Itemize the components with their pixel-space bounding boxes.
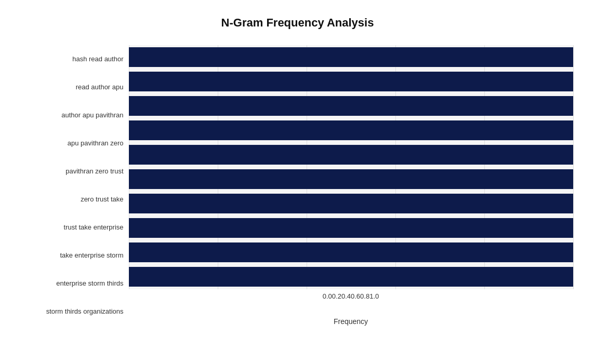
bar-row	[129, 143, 573, 167]
y-label: author apu pavithran	[22, 111, 124, 119]
bar	[129, 47, 573, 67]
bar	[129, 96, 573, 116]
bar	[129, 120, 573, 140]
y-label: enterprise storm thirds	[22, 279, 124, 288]
x-tick: 1.0	[369, 292, 379, 300]
chart-container: N-Gram Frequency Analysis hash read auth…	[12, 6, 584, 359]
bar-row	[129, 94, 573, 118]
y-label: apu pavithran zero	[22, 139, 124, 147]
bar-row	[129, 216, 573, 240]
bar	[129, 169, 573, 189]
bar-row	[129, 240, 573, 264]
bar-row	[129, 118, 573, 142]
y-label: read author apu	[22, 83, 124, 91]
y-axis-labels: hash read authorread author apuauthor ap…	[22, 45, 129, 326]
y-label: pavithran zero trust	[22, 167, 124, 176]
y-label: hash read author	[22, 55, 124, 63]
grid-line-5	[573, 45, 574, 289]
bar	[129, 145, 573, 165]
x-tick: 0.4	[341, 292, 351, 300]
x-tick: 0.0	[323, 292, 332, 300]
bars-and-x-axis: 0.00.20.40.60.81.0 Frequency	[129, 45, 573, 326]
bar-row	[129, 192, 573, 215]
x-axis-label: Frequency	[129, 317, 573, 326]
bar-row	[129, 70, 573, 93]
bar-row	[129, 45, 573, 69]
bars-area	[129, 45, 573, 289]
bar	[129, 267, 573, 287]
x-tick: 0.8	[360, 292, 369, 300]
y-label: zero trust take	[22, 195, 124, 204]
x-axis: 0.00.20.40.60.81.0	[323, 289, 379, 315]
chart-area: hash read authorread author apuauthor ap…	[22, 45, 573, 326]
bar-row	[129, 265, 573, 289]
x-tick: 0.6	[351, 292, 360, 300]
y-label: storm thirds organizations	[22, 307, 124, 316]
x-tick-labels: 0.00.20.40.60.81.0	[323, 292, 379, 300]
bar	[129, 242, 573, 262]
y-label: take enterprise storm	[22, 251, 124, 260]
chart-title: N-Gram Frequency Analysis	[22, 16, 573, 30]
bar-row	[129, 167, 573, 191]
bar	[129, 72, 573, 91]
bar	[129, 218, 573, 238]
y-label: trust take enterprise	[22, 223, 124, 232]
x-axis-wrapper: 0.00.20.40.60.81.0 Frequency	[129, 289, 573, 326]
x-tick: 0.2	[332, 292, 341, 300]
bar	[129, 194, 573, 213]
